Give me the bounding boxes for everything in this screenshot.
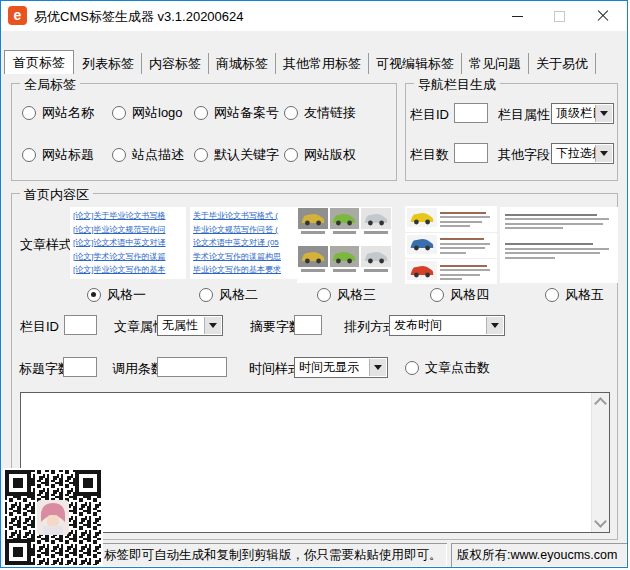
radio-label: 风格四 bbox=[450, 286, 489, 304]
preview-link: [论文]论文术语中英文对译 bbox=[73, 236, 183, 250]
radio-icon bbox=[112, 148, 126, 162]
radio-style-4[interactable]: 风格四 bbox=[430, 286, 489, 304]
radio-icon bbox=[317, 288, 331, 302]
radio-style-1[interactable]: 风格一 bbox=[87, 286, 146, 304]
preview-link: 关于毕业论文书写格式 ( bbox=[193, 209, 300, 223]
statusbar-copyright-panel: 版权所有:www.eyoucms.com bbox=[451, 543, 627, 567]
tab-mall-tags[interactable]: 商城标签 bbox=[209, 53, 276, 74]
column-attr-select[interactable]: 顶级栏目 bbox=[551, 103, 614, 124]
style4-preview bbox=[405, 206, 497, 284]
radio-label: 网站备案号 bbox=[214, 104, 279, 122]
other-field-select[interactable]: 下拉选择 bbox=[551, 143, 614, 164]
radio-style-2[interactable]: 风格二 bbox=[199, 286, 258, 304]
tab-about[interactable]: 关于易优 bbox=[529, 53, 596, 74]
style5-preview bbox=[500, 207, 618, 283]
radio-icon bbox=[545, 288, 559, 302]
statusbar-message: 标签即可自动生成和复制到剪辑版，你只需要粘贴使用即可。 bbox=[104, 547, 442, 564]
radio-label: 默认关键字 bbox=[214, 146, 279, 164]
qr-code-image bbox=[3, 468, 103, 567]
preview-link: [论文]毕业论文写作的基本 bbox=[73, 263, 183, 277]
style2-preview: 关于毕业论文书写格式 ( 毕业论文规范写作问答 ( 论文术语中英文对译 (05 … bbox=[190, 207, 303, 279]
radio-label: 风格五 bbox=[565, 286, 604, 304]
combo-dropdown-button[interactable] bbox=[486, 317, 503, 334]
digest-length-input[interactable] bbox=[294, 315, 322, 335]
preview-link: 论文术语中英文对译 (05 bbox=[193, 236, 300, 250]
radio-site-icp[interactable]: 网站备案号 bbox=[194, 104, 279, 122]
combo-dropdown-button[interactable] bbox=[595, 145, 612, 162]
tab-faq[interactable]: 常见问题 bbox=[462, 53, 529, 74]
combo-dropdown-button[interactable] bbox=[204, 317, 221, 334]
column-id-input[interactable] bbox=[64, 315, 97, 335]
radio-icon bbox=[112, 106, 126, 120]
news-item bbox=[405, 259, 497, 284]
order-select[interactable]: 发布时间 bbox=[389, 315, 505, 336]
tab-content-tags[interactable]: 内容标签 bbox=[142, 53, 209, 74]
radio-site-logo[interactable]: 网站logo bbox=[112, 104, 183, 122]
radio-icon bbox=[284, 148, 298, 162]
column-count-label: 栏目数 bbox=[410, 146, 449, 164]
radio-label: 友情链接 bbox=[304, 104, 356, 122]
preview-link: [论文]学术论文写作的谋篇 bbox=[73, 250, 183, 264]
app-logo-icon: e bbox=[8, 6, 27, 25]
tab-home-tags[interactable]: 首页标签 bbox=[4, 50, 74, 74]
radio-icon bbox=[430, 288, 444, 302]
maximize-button[interactable] bbox=[539, 1, 579, 31]
minimize-icon bbox=[512, 16, 523, 17]
scroll-up-icon[interactable] bbox=[594, 397, 607, 410]
statusbar-copyright: 版权所有:www.eyoucms.com bbox=[457, 547, 617, 564]
column-count-input[interactable] bbox=[454, 143, 488, 163]
chevron-down-icon bbox=[209, 323, 217, 328]
time-style-select[interactable]: 时间无显示 bbox=[294, 357, 388, 378]
item-count-input[interactable] bbox=[157, 357, 227, 377]
chevron-down-icon bbox=[374, 365, 382, 370]
column-id-input[interactable] bbox=[454, 103, 488, 123]
radio-style-3[interactable]: 风格三 bbox=[317, 286, 376, 304]
radio-icon bbox=[194, 106, 208, 120]
combo-dropdown-button[interactable] bbox=[369, 359, 386, 376]
scrollbar[interactable] bbox=[591, 393, 609, 532]
radio-label: 文章点击数 bbox=[425, 359, 490, 377]
title-length-input[interactable] bbox=[63, 357, 97, 377]
tab-strip: 首页标签 列表标签 内容标签 商城标签 其他常用标签 可视编辑标签 常见问题 关… bbox=[4, 51, 596, 74]
tab-other-tags[interactable]: 其他常用标签 bbox=[276, 53, 369, 74]
radio-site-description[interactable]: 站点描述 bbox=[112, 146, 184, 164]
output-textarea[interactable] bbox=[20, 392, 610, 533]
article-attr-select[interactable]: 无属性 bbox=[157, 315, 223, 336]
preview-link: 毕业论文规范写作问答 ( bbox=[193, 223, 300, 237]
radio-icon bbox=[405, 361, 419, 375]
radio-site-copyright[interactable]: 网站版权 bbox=[284, 146, 356, 164]
radio-label: 网站版权 bbox=[304, 146, 356, 164]
radio-site-name[interactable]: 网站名称 bbox=[22, 104, 94, 122]
radio-default-keywords[interactable]: 默认关键字 bbox=[194, 146, 279, 164]
radio-article-clicks[interactable]: 文章点击数 bbox=[405, 359, 490, 377]
tab-list-tags[interactable]: 列表标签 bbox=[75, 53, 142, 74]
style3-preview bbox=[297, 207, 392, 283]
text-block bbox=[505, 243, 613, 259]
article-style-label: 文章样式 bbox=[20, 236, 72, 254]
text-block bbox=[505, 214, 613, 230]
car-thumbnail bbox=[298, 208, 328, 244]
scroll-down-icon[interactable] bbox=[594, 515, 607, 528]
column-id-label: 栏目ID bbox=[20, 318, 59, 336]
radio-style-5[interactable]: 风格五 bbox=[545, 286, 604, 304]
car-thumbnail bbox=[361, 208, 391, 244]
chevron-down-icon bbox=[600, 151, 608, 156]
minimize-button[interactable] bbox=[497, 1, 537, 31]
radio-label: 风格三 bbox=[337, 286, 376, 304]
order-value: 发布时间 bbox=[394, 317, 442, 334]
preview-link: 学术论文写作的谋篇构思 bbox=[193, 250, 300, 264]
column-id-label: 栏目ID bbox=[410, 106, 449, 124]
tab-visual-edit-tags[interactable]: 可视编辑标签 bbox=[369, 53, 462, 74]
radio-icon bbox=[199, 288, 213, 302]
window-title: 易优CMS标签生成器 v3.1.20200624 bbox=[34, 8, 244, 26]
app-window: e 易优CMS标签生成器 v3.1.20200624 首页标签 列表标签 内容标… bbox=[0, 0, 628, 568]
car-thumbnail bbox=[361, 246, 391, 282]
radio-friend-links[interactable]: 友情链接 bbox=[284, 104, 356, 122]
combo-dropdown-button[interactable] bbox=[595, 105, 612, 122]
radio-site-title[interactable]: 网站标题 bbox=[22, 146, 94, 164]
close-button[interactable] bbox=[583, 1, 623, 31]
chevron-down-icon bbox=[491, 323, 499, 328]
news-item bbox=[405, 233, 497, 260]
close-icon bbox=[597, 10, 609, 22]
preview-link: 毕业论文写作的基本要求 bbox=[193, 263, 300, 277]
